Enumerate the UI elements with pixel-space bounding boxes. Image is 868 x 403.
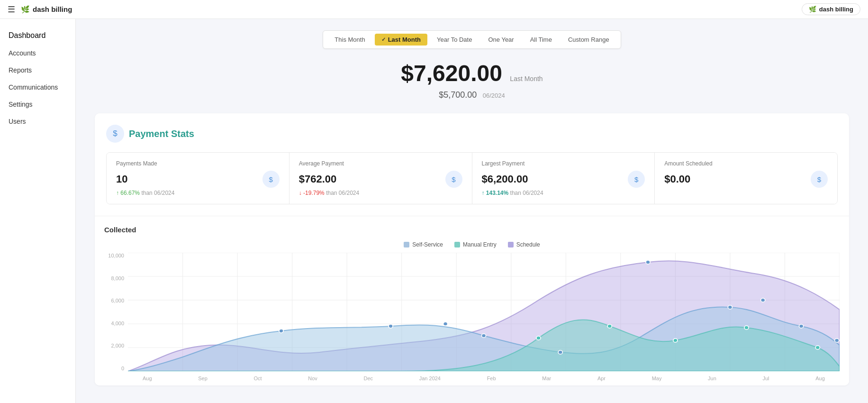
svg-point-33 bbox=[815, 346, 820, 349]
topbar-left: ☰ 🌿 dash billing bbox=[8, 4, 72, 15]
stat-cards: Payments Made 10 $ ↑ 66.67% than 06/2024 bbox=[106, 152, 838, 204]
filter-year-to-date[interactable]: Year To Date bbox=[430, 34, 479, 46]
svg-point-29 bbox=[536, 336, 541, 340]
brand-leaf-icon: 🌿 bbox=[809, 6, 816, 13]
sidebar-item-accounts[interactable]: Accounts bbox=[0, 45, 75, 62]
main-content: This Month ✓ Last Month Year To Date One… bbox=[76, 19, 868, 403]
arrow-up-icon-2: ↑ bbox=[482, 190, 485, 196]
stat-row-payments-made: 10 $ bbox=[116, 171, 280, 188]
revenue-sub-value: $5,700.00 bbox=[439, 90, 477, 100]
svg-point-21 bbox=[443, 322, 448, 326]
svg-point-27 bbox=[799, 324, 804, 328]
topbar-right: 🌿 dash billing bbox=[802, 3, 860, 15]
stats-dollar-icon: $ bbox=[106, 125, 124, 143]
stats-title: Payment Stats bbox=[129, 128, 194, 139]
svg-point-20 bbox=[389, 324, 393, 328]
logo-leaf: 🌿 bbox=[21, 5, 30, 14]
filter-all-time[interactable]: All Time bbox=[524, 34, 559, 46]
sidebar-item-communications[interactable]: Communications bbox=[0, 79, 75, 96]
stat-card-payments-made: Payments Made 10 $ ↑ 66.67% than 06/2024 bbox=[107, 153, 289, 204]
arrow-up-icon: ↑ bbox=[116, 190, 119, 196]
svg-point-24 bbox=[646, 260, 650, 264]
logo: 🌿 dash billing bbox=[21, 5, 72, 14]
legend-schedule: Schedule bbox=[508, 241, 540, 248]
sidebar-item-users[interactable]: Users bbox=[0, 113, 75, 130]
logo-text: dash billing bbox=[33, 5, 72, 13]
chart-svg bbox=[128, 253, 840, 371]
filter-last-month[interactable]: ✓ Last Month bbox=[375, 34, 427, 46]
revenue-sub-date: 06/2024 bbox=[483, 92, 505, 99]
stat-value-payments-made: 10 bbox=[116, 173, 127, 185]
layout: Dashboard Accounts Reports Communication… bbox=[0, 19, 868, 403]
stat-value-amount-scheduled: $0.00 bbox=[664, 173, 690, 185]
stat-row-average-payment: $762.00 $ bbox=[299, 171, 462, 188]
stat-value-largest-payment: $6,200.00 bbox=[482, 173, 528, 185]
stat-label-payments-made: Payments Made bbox=[116, 160, 280, 167]
check-icon: ✓ bbox=[381, 37, 386, 43]
svg-point-26 bbox=[761, 298, 765, 302]
sidebar-item-reports[interactable]: Reports bbox=[0, 62, 75, 79]
revenue-main-row: $7,620.00 Last Month bbox=[95, 60, 849, 86]
stat-card-amount-scheduled: Amount Scheduled $0.00 $ bbox=[655, 153, 837, 204]
legend-dot-schedule bbox=[508, 242, 514, 247]
stat-icon-payments-made: $ bbox=[262, 171, 280, 188]
legend-label-self-service: Self-Service bbox=[412, 241, 443, 248]
sidebar-item-settings[interactable]: Settings bbox=[0, 96, 75, 113]
chart-section: Collected Self-Service Manual Entry bbox=[95, 216, 849, 385]
stat-icon-average-payment: $ bbox=[445, 171, 462, 188]
chart-y-axis: 10,000 8,000 6,000 4,000 2,000 0 bbox=[104, 253, 128, 371]
revenue-main-label: Last Month bbox=[510, 75, 542, 82]
brand-text: dash billing bbox=[819, 6, 853, 13]
revenue-section: $7,620.00 Last Month $5,700.00 06/2024 bbox=[95, 60, 849, 100]
svg-point-30 bbox=[607, 324, 612, 328]
stat-row-amount-scheduled: $0.00 $ bbox=[664, 171, 828, 188]
svg-point-32 bbox=[744, 326, 749, 330]
stat-icon-largest-payment: $ bbox=[628, 171, 645, 188]
topbar: ☰ 🌿 dash billing 🌿 dash billing bbox=[0, 0, 868, 19]
svg-point-22 bbox=[481, 334, 486, 338]
stat-change-largest-payment: ↑ 143.14% than 06/2024 bbox=[482, 190, 645, 196]
sidebar-dashboard-wrap: Dashboard bbox=[0, 27, 75, 45]
legend-dot-manual-entry bbox=[454, 242, 460, 247]
chart-legend: Self-Service Manual Entry Schedule bbox=[104, 241, 840, 248]
legend-label-manual-entry: Manual Entry bbox=[463, 241, 497, 248]
stat-card-average-payment: Average Payment $762.00 $ ↓ -19.79% than… bbox=[289, 153, 472, 204]
arrow-down-icon: ↓ bbox=[299, 190, 302, 196]
filter-this-month[interactable]: This Month bbox=[328, 34, 371, 46]
svg-point-31 bbox=[673, 339, 678, 342]
chart-title: Collected bbox=[104, 226, 840, 234]
stat-icon-amount-scheduled: $ bbox=[811, 171, 828, 188]
svg-point-25 bbox=[728, 305, 732, 309]
date-filter: This Month ✓ Last Month Year To Date One… bbox=[323, 30, 621, 49]
revenue-sub-row: $5,700.00 06/2024 bbox=[95, 90, 849, 100]
svg-point-19 bbox=[279, 329, 283, 333]
sidebar: Dashboard Accounts Reports Communication… bbox=[0, 19, 76, 403]
stats-header: $ Payment Stats bbox=[106, 125, 838, 143]
stat-change-payments-made: ↑ 66.67% than 06/2024 bbox=[116, 190, 280, 196]
svg-point-28 bbox=[835, 339, 839, 342]
stat-value-average-payment: $762.00 bbox=[299, 173, 337, 185]
stat-label-amount-scheduled: Amount Scheduled bbox=[664, 160, 828, 167]
filter-custom-range[interactable]: Custom Range bbox=[561, 34, 616, 46]
brand-pill[interactable]: 🌿 dash billing bbox=[802, 3, 860, 15]
stat-label-average-payment: Average Payment bbox=[299, 160, 462, 167]
stats-section: $ Payment Stats Payments Made 10 $ bbox=[95, 113, 849, 385]
svg-point-23 bbox=[558, 350, 562, 354]
menu-icon[interactable]: ☰ bbox=[8, 4, 15, 15]
stat-row-largest-payment: $6,200.00 $ bbox=[482, 171, 645, 188]
stat-card-largest-payment: Largest Payment $6,200.00 $ ↑ 143.14% th… bbox=[472, 153, 655, 204]
legend-label-schedule: Schedule bbox=[516, 241, 540, 248]
legend-manual-entry: Manual Entry bbox=[454, 241, 497, 248]
revenue-main-value: $7,620.00 bbox=[401, 61, 502, 86]
filter-one-year[interactable]: One Year bbox=[481, 34, 520, 46]
main-inner: This Month ✓ Last Month Year To Date One… bbox=[76, 19, 868, 397]
legend-self-service: Self-Service bbox=[404, 241, 443, 248]
chart-container: 10,000 8,000 6,000 4,000 2,000 0 bbox=[104, 253, 840, 385]
stats-inner: $ Payment Stats Payments Made 10 $ bbox=[95, 113, 849, 385]
chart-x-axis: Aug Sep Oct Nov Dec Jan 2024 Feb Mar Apr… bbox=[128, 371, 840, 385]
stat-label-largest-payment: Largest Payment bbox=[482, 160, 645, 167]
legend-dot-self-service bbox=[404, 242, 409, 247]
sidebar-item-dashboard[interactable]: Dashboard bbox=[9, 31, 67, 40]
stat-change-average-payment: ↓ -19.79% than 06/2024 bbox=[299, 190, 462, 196]
